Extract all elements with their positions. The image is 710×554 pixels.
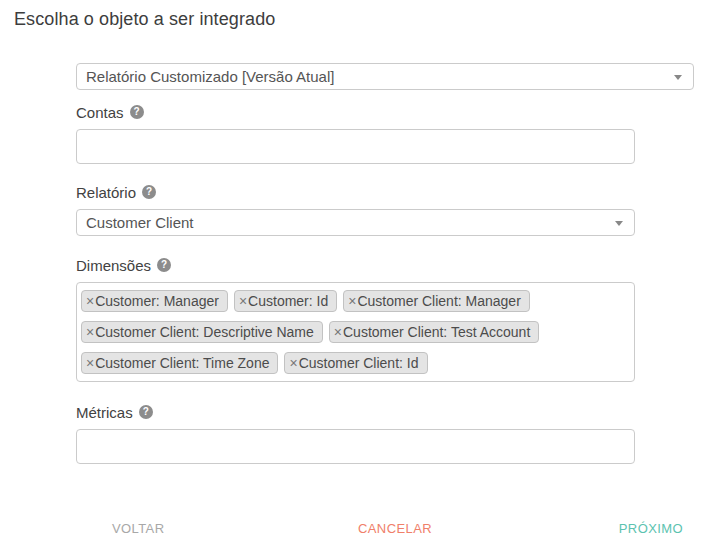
dimension-tag: × Customer Client: Manager xyxy=(343,290,530,312)
remove-tag-icon[interactable]: × xyxy=(86,355,94,371)
dimension-tag: × Customer: Id xyxy=(234,290,337,312)
metricas-label-text: Métricas xyxy=(76,404,133,421)
relatorio-select[interactable]: Customer Client xyxy=(76,209,635,236)
tag-label: Customer Client: Manager xyxy=(357,293,520,309)
dimensoes-label: Dimensões ? xyxy=(76,256,710,274)
tag-label: Customer Client: Descriptive Name xyxy=(95,324,314,340)
remove-tag-icon[interactable]: × xyxy=(86,324,94,340)
tag-label: Customer Client: Id xyxy=(299,355,419,371)
dropdown-caret-icon xyxy=(615,221,623,226)
tag-label: Customer Client: Test Account xyxy=(343,324,530,340)
help-icon[interactable]: ? xyxy=(157,258,171,272)
relatorio-select-value: Customer Client xyxy=(86,214,194,231)
remove-tag-icon[interactable]: × xyxy=(86,293,94,309)
dropdown-caret-icon xyxy=(674,75,682,80)
dimensoes-multiselect[interactable]: × Customer: Manager × Customer: Id × Cus… xyxy=(76,282,635,382)
object-type-select-value: Relatório Customizado [Versão Atual] xyxy=(86,68,334,85)
object-type-select[interactable]: Relatório Customizado [Versão Atual] xyxy=(76,63,694,90)
remove-tag-icon[interactable]: × xyxy=(239,293,247,309)
dimension-tag: × Customer Client: Id xyxy=(284,352,427,374)
help-icon[interactable]: ? xyxy=(130,105,144,119)
metricas-label: Métricas ? xyxy=(76,403,710,421)
help-icon[interactable]: ? xyxy=(139,405,153,419)
tag-label: Customer: Manager xyxy=(95,293,219,309)
dimension-tag: × Customer Client: Test Account xyxy=(329,321,539,343)
dimension-tag: × Customer: Manager xyxy=(81,290,228,312)
dimensoes-label-text: Dimensões xyxy=(76,257,151,274)
relatorio-label-text: Relatório xyxy=(76,184,136,201)
dimension-tag: × Customer Client: Time Zone xyxy=(81,352,278,374)
contas-label-text: Contas xyxy=(76,104,124,121)
help-icon[interactable]: ? xyxy=(142,185,156,199)
relatorio-label: Relatório ? xyxy=(76,183,710,201)
contas-label: Contas ? xyxy=(76,103,710,121)
tag-label: Customer Client: Time Zone xyxy=(95,355,269,371)
metricas-input[interactable] xyxy=(76,429,635,464)
dialog-choose-object: Escolha o objeto a ser integrado Relatór… xyxy=(0,0,710,554)
contas-input[interactable] xyxy=(76,129,635,164)
form: Relatório Customizado [Versão Atual] Con… xyxy=(76,63,710,464)
tag-label: Customer: Id xyxy=(248,293,328,309)
dialog-footer: VOLTAR CANCELAR PRÓXIMO xyxy=(0,521,710,541)
remove-tag-icon[interactable]: × xyxy=(334,324,342,340)
remove-tag-icon[interactable]: × xyxy=(289,355,297,371)
next-button[interactable]: PRÓXIMO xyxy=(619,521,683,536)
dimension-tag: × Customer Client: Descriptive Name xyxy=(81,321,323,343)
back-button[interactable]: VOLTAR xyxy=(112,521,164,536)
remove-tag-icon[interactable]: × xyxy=(348,293,356,309)
page-title: Escolha o objeto a ser integrado xyxy=(0,0,710,30)
cancel-button[interactable]: CANCELAR xyxy=(358,521,432,536)
